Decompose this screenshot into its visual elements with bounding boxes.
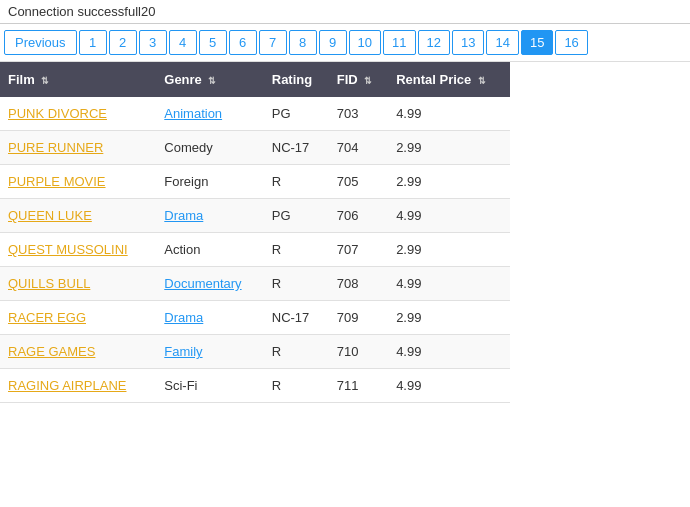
cell-rental-price: 4.99 [388, 199, 510, 233]
page-btn-8[interactable]: 8 [289, 30, 317, 55]
table-row: RACER EGGDramaNC-177092.99 [0, 301, 510, 335]
film-link[interactable]: RAGING AIRPLANE [8, 378, 126, 393]
page-btn-5[interactable]: 5 [199, 30, 227, 55]
cell-film[interactable]: RACER EGG [0, 301, 156, 335]
cell-genre[interactable]: Foreign [156, 165, 263, 199]
cell-rental-price: 4.99 [388, 267, 510, 301]
film-link[interactable]: PUNK DIVORCE [8, 106, 107, 121]
table-body: PUNK DIVORCEAnimationPG7034.99PURE RUNNE… [0, 97, 510, 403]
cell-genre[interactable]: Drama [156, 301, 263, 335]
page-btn-10[interactable]: 10 [349, 30, 381, 55]
page-btn-14[interactable]: 14 [486, 30, 518, 55]
col-film[interactable]: Film ⇅ [0, 62, 156, 97]
page-btn-9[interactable]: 9 [319, 30, 347, 55]
cell-fid: 704 [329, 131, 388, 165]
cell-fid: 703 [329, 97, 388, 131]
film-link[interactable]: RACER EGG [8, 310, 86, 325]
status-message: Connection successfull20 [8, 4, 155, 19]
table-row: PUNK DIVORCEAnimationPG7034.99 [0, 97, 510, 131]
cell-rating: R [264, 233, 329, 267]
genre-link[interactable]: Animation [164, 106, 222, 121]
rental-sort-icon: ⇅ [478, 76, 486, 86]
cell-film[interactable]: RAGING AIRPLANE [0, 369, 156, 403]
page-btn-3[interactable]: 3 [139, 30, 167, 55]
cell-fid: 705 [329, 165, 388, 199]
cell-rental-price: 2.99 [388, 233, 510, 267]
table-row: PURE RUNNERComedyNC-177042.99 [0, 131, 510, 165]
table-container: Film ⇅ Genre ⇅ Rating FID ⇅ Rental Price… [0, 62, 690, 403]
cell-genre[interactable]: Animation [156, 97, 263, 131]
page-btn-12[interactable]: 12 [418, 30, 450, 55]
cell-rating: R [264, 267, 329, 301]
table-row: QUEST MUSSOLINIActionR7072.99 [0, 233, 510, 267]
cell-rating: R [264, 335, 329, 369]
page-btn-16[interactable]: 16 [555, 30, 587, 55]
cell-genre[interactable]: Sci-Fi [156, 369, 263, 403]
cell-rental-price: 4.99 [388, 369, 510, 403]
cell-genre[interactable]: Family [156, 335, 263, 369]
cell-rating: PG [264, 97, 329, 131]
genre-link[interactable]: Family [164, 344, 202, 359]
page-btn-13[interactable]: 13 [452, 30, 484, 55]
col-fid[interactable]: FID ⇅ [329, 62, 388, 97]
cell-genre[interactable]: Comedy [156, 131, 263, 165]
cell-fid: 707 [329, 233, 388, 267]
cell-rating: R [264, 165, 329, 199]
status-bar: Connection successfull20 [0, 0, 690, 24]
table-header-row: Film ⇅ Genre ⇅ Rating FID ⇅ Rental Price… [0, 62, 510, 97]
film-link[interactable]: PURE RUNNER [8, 140, 103, 155]
col-genre[interactable]: Genre ⇅ [156, 62, 263, 97]
table-row: RAGE GAMESFamilyR7104.99 [0, 335, 510, 369]
fid-sort-icon: ⇅ [364, 76, 372, 86]
cell-rating: PG [264, 199, 329, 233]
cell-fid: 706 [329, 199, 388, 233]
cell-rental-price: 2.99 [388, 165, 510, 199]
cell-fid: 710 [329, 335, 388, 369]
cell-film[interactable]: PUNK DIVORCE [0, 97, 156, 131]
cell-rental-price: 4.99 [388, 335, 510, 369]
cell-film[interactable]: PURE RUNNER [0, 131, 156, 165]
page-btn-4[interactable]: 4 [169, 30, 197, 55]
page-btn-7[interactable]: 7 [259, 30, 287, 55]
genre-link[interactable]: Documentary [164, 276, 241, 291]
prev-button[interactable]: Previous [4, 30, 77, 55]
col-rental-price[interactable]: Rental Price ⇅ [388, 62, 510, 97]
films-table: Film ⇅ Genre ⇅ Rating FID ⇅ Rental Price… [0, 62, 510, 403]
film-link[interactable]: QUILLS BULL [8, 276, 90, 291]
cell-genre[interactable]: Action [156, 233, 263, 267]
page-btn-2[interactable]: 2 [109, 30, 137, 55]
cell-fid: 711 [329, 369, 388, 403]
cell-film[interactable]: QUEST MUSSOLINI [0, 233, 156, 267]
table-row: QUEEN LUKEDramaPG7064.99 [0, 199, 510, 233]
page-btn-1[interactable]: 1 [79, 30, 107, 55]
pagination: Previous 12345678910111213141516 [0, 24, 690, 62]
cell-rental-price: 4.99 [388, 97, 510, 131]
genre-sort-icon: ⇅ [208, 76, 216, 86]
page-btn-6[interactable]: 6 [229, 30, 257, 55]
film-link[interactable]: QUEEN LUKE [8, 208, 92, 223]
genre-link[interactable]: Drama [164, 208, 203, 223]
table-row: PURPLE MOVIEForeignR7052.99 [0, 165, 510, 199]
film-link[interactable]: QUEST MUSSOLINI [8, 242, 128, 257]
table-row: QUILLS BULLDocumentaryR7084.99 [0, 267, 510, 301]
genre-link[interactable]: Drama [164, 310, 203, 325]
page-btn-15[interactable]: 15 [521, 30, 553, 55]
cell-genre[interactable]: Drama [156, 199, 263, 233]
film-link[interactable]: PURPLE MOVIE [8, 174, 106, 189]
page-btn-11[interactable]: 11 [383, 30, 415, 55]
cell-genre[interactable]: Documentary [156, 267, 263, 301]
cell-fid: 708 [329, 267, 388, 301]
cell-film[interactable]: PURPLE MOVIE [0, 165, 156, 199]
cell-fid: 709 [329, 301, 388, 335]
cell-film[interactable]: QUEEN LUKE [0, 199, 156, 233]
col-rating: Rating [264, 62, 329, 97]
cell-rental-price: 2.99 [388, 131, 510, 165]
film-link[interactable]: RAGE GAMES [8, 344, 95, 359]
cell-film[interactable]: QUILLS BULL [0, 267, 156, 301]
cell-rating: NC-17 [264, 301, 329, 335]
cell-film[interactable]: RAGE GAMES [0, 335, 156, 369]
cell-rental-price: 2.99 [388, 301, 510, 335]
table-row: RAGING AIRPLANESci-FiR7114.99 [0, 369, 510, 403]
film-sort-icon: ⇅ [41, 76, 49, 86]
cell-rating: R [264, 369, 329, 403]
